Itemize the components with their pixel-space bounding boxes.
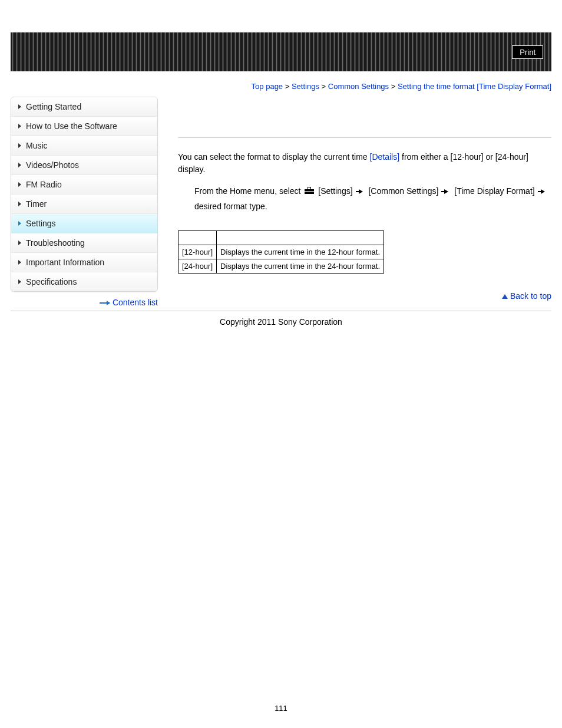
breadcrumb-settings[interactable]: Settings [292, 82, 319, 91]
sidebar-nav: Getting Started How to Use the Software … [11, 97, 158, 292]
sidebar-item-timer[interactable]: Timer [11, 194, 157, 213]
table-value-cell: Displays the current time in the 12-hour… [217, 245, 384, 259]
sidebar-item-label: How to Use the Software [26, 121, 117, 131]
copyright-text: Copyright 2011 Sony Corporation [11, 317, 551, 327]
settings-toolbox-icon [304, 185, 315, 199]
instruction-step: From the Home menu, select [Settings] [C… [194, 184, 551, 214]
sidebar-item-how-to-use[interactable]: How to Use the Software [11, 116, 157, 136]
table-value-cell: Displays the current time in the 24-hour… [217, 259, 384, 274]
sidebar-item-settings[interactable]: Settings [11, 213, 157, 233]
chevron-right-icon [18, 124, 21, 129]
chevron-right-icon [18, 279, 21, 284]
arrow-right-icon [359, 189, 363, 194]
table-key-cell: [12-hour] [178, 245, 217, 259]
section-divider [178, 137, 551, 138]
sidebar-item-fm-radio[interactable]: FM Radio [11, 174, 157, 194]
arrow-up-icon [502, 294, 508, 299]
table-header-cell [217, 231, 384, 245]
details-link[interactable]: [Details] [370, 152, 400, 162]
sidebar-item-label: Important Information [26, 258, 104, 267]
breadcrumb: Top page > Settings > Common Settings > … [11, 82, 551, 91]
breadcrumb-sep: > [285, 82, 290, 91]
sidebar-item-specifications[interactable]: Specifications [11, 272, 157, 291]
chevron-right-icon [18, 104, 21, 109]
sidebar-item-label: Specifications [26, 277, 77, 286]
sidebar-item-label: FM Radio [26, 180, 62, 189]
svg-rect-2 [308, 187, 310, 189]
breadcrumb-sep: > [391, 82, 396, 91]
step-tail-label: desired format type. [194, 202, 267, 211]
intro-paragraph: You can select the format to display the… [178, 151, 551, 176]
sidebar-item-label: Troubleshooting [26, 238, 85, 248]
table-header-cell [178, 231, 217, 245]
back-to-top-link[interactable]: Back to top [510, 291, 551, 301]
sidebar-item-important-information[interactable]: Important Information [11, 252, 157, 272]
breadcrumb-sep: > [322, 82, 326, 91]
step-common-label: [Common Settings] [368, 186, 438, 196]
sidebar-item-label: Videos/Photos [26, 160, 79, 170]
table-row: [24-hour] Displays the current time in t… [178, 259, 384, 274]
arrow-right-icon [444, 189, 448, 194]
sidebar-item-music[interactable]: Music [11, 136, 157, 155]
chevron-right-icon [18, 241, 21, 245]
sidebar-item-label: Timer [26, 199, 47, 209]
breadcrumb-common-settings[interactable]: Common Settings [328, 82, 389, 91]
table-header-row [178, 231, 384, 245]
print-button[interactable]: Print [512, 45, 543, 59]
sidebar-item-getting-started[interactable]: Getting Started [11, 97, 157, 116]
footer-divider [11, 311, 551, 311]
breadcrumb-top[interactable]: Top page [252, 82, 283, 91]
arrow-right-icon [541, 189, 545, 194]
chevron-right-icon [18, 202, 21, 206]
header-banner: Print [11, 32, 551, 71]
chevron-right-icon [18, 260, 21, 265]
page-number: 111 [11, 704, 551, 728]
step-time-label: [Time Display Format] [454, 186, 534, 196]
main-content: You can select the format to display the… [158, 97, 551, 301]
chevron-right-icon [18, 221, 21, 226]
chevron-right-icon [18, 143, 21, 148]
sidebar-item-label: Settings [26, 219, 56, 228]
table-row: [12-hour] Displays the current time in t… [178, 245, 384, 259]
step-settings-label: [Settings] [318, 186, 352, 196]
sidebar-item-label: Getting Started [26, 102, 81, 111]
svg-rect-3 [305, 191, 314, 192]
chevron-right-icon [18, 163, 21, 167]
table-key-cell: [24-hour] [178, 259, 217, 274]
sidebar-item-videos-photos[interactable]: Videos/Photos [11, 155, 157, 174]
intro-text-pre: You can select the format to display the… [178, 152, 370, 162]
format-table: [12-hour] Displays the current time in t… [178, 230, 384, 274]
chevron-right-icon [18, 182, 21, 187]
sidebar-item-label: Music [26, 141, 48, 150]
contents-list-link[interactable]: Contents list [113, 298, 158, 307]
arrow-right-icon [100, 301, 110, 305]
sidebar-item-troubleshooting[interactable]: Troubleshooting [11, 233, 157, 252]
step-text-pre: From the Home menu, select [194, 186, 303, 196]
breadcrumb-current[interactable]: Setting the time format [Time Display Fo… [398, 82, 551, 91]
